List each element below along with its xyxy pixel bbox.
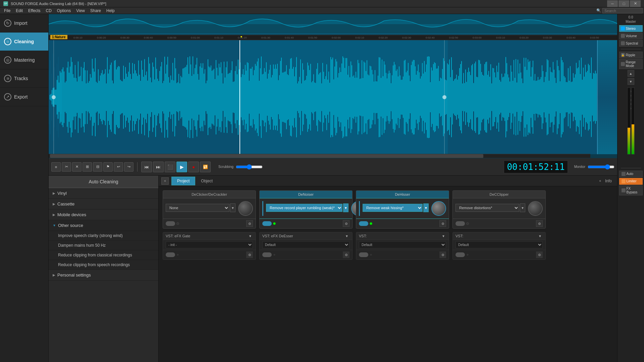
ripple-button[interactable]: 🔒 Ripple [619, 52, 643, 58]
menu-help[interactable]: Help [104, 8, 117, 14]
tool-paste-button[interactable]: ⊟ [93, 162, 102, 172]
mobile-arrow: ▶ [53, 213, 55, 217]
tool-undo-button[interactable]: ↩ [114, 162, 123, 172]
vst-gate-preset[interactable]: - init - [166, 241, 253, 248]
vst-deesser-settings[interactable]: ⚙ [343, 251, 350, 258]
declicker-knob[interactable] [238, 201, 253, 216]
tool-delete-button[interactable]: ✕ [72, 162, 82, 172]
collapse-workspace-button[interactable]: « [161, 177, 169, 185]
vst-slot3-settings[interactable]: ⚙ [439, 251, 446, 258]
monitor-slider[interactable] [588, 164, 614, 170]
declipper-preset-select[interactable]: Remove distortions* [455, 204, 519, 212]
sidebar-item-tracks[interactable]: ⑩ Tracks [0, 69, 48, 88]
skip-start-button[interactable]: ⏮ [141, 162, 152, 172]
waveform-canvas[interactable]: 1:Nature 0:00:00 0:00:10 0:00:20 0:00:30… [49, 14, 617, 158]
declipper-settings-btn[interactable]: ⚙ [536, 220, 543, 227]
auto-cleaning-button[interactable]: Auto Cleaning [49, 176, 158, 188]
vst-gate-arrow[interactable]: ▼ [248, 234, 253, 238]
dehisser-knob[interactable] [431, 201, 446, 216]
declicker-preset-select[interactable]: None [166, 204, 229, 212]
vst-deesser-toggle[interactable] [262, 252, 272, 257]
vst-gate-toggle[interactable] [166, 252, 175, 257]
denoiser-chevron-btn[interactable]: ▼ [343, 203, 348, 212]
vst-slot4-settings[interactable]: ⚙ [536, 251, 543, 258]
declicker-settings-btn[interactable]: ⚙ [246, 220, 253, 227]
menu-edit[interactable]: Edit [13, 8, 25, 14]
menu-cd[interactable]: CD [43, 8, 54, 14]
vst-slot4-arrow[interactable]: ▼ [537, 234, 543, 238]
menu-options[interactable]: Options [54, 8, 73, 14]
dehisser-header: DeHisser [356, 191, 449, 198]
stop-button[interactable]: ⬛ [165, 162, 175, 172]
sidebar-item-export[interactable]: ↗ Export [0, 88, 48, 106]
vst-slot3-preset[interactable]: Default [359, 241, 446, 248]
menu-share[interactable]: Share [88, 8, 104, 14]
vst-slot4-preset[interactable]: Default [455, 241, 543, 248]
plugin-category-mobile[interactable]: ▶ Mobile devices [49, 209, 158, 220]
range-mode-button[interactable]: Range Mode [619, 59, 643, 69]
declicker-chevron-btn[interactable]: ▼ [230, 203, 235, 212]
declicker-power-toggle[interactable] [166, 221, 175, 226]
limiter-button[interactable]: Limiter [619, 178, 643, 185]
scrubbing-slider[interactable] [236, 164, 263, 170]
plugin-category-other[interactable]: ▼ Other source [49, 220, 158, 231]
vst-slot3-arrow[interactable]: ▼ [441, 234, 446, 238]
tool-copy-button[interactable]: ⊞ [83, 162, 92, 172]
plugin-category-vinyl[interactable]: ▶ Vinyl [49, 188, 158, 199]
h-scrollbar[interactable] [49, 154, 590, 158]
minimize-button[interactable]: ─ [607, 0, 618, 7]
menu-effects[interactable]: Effects [25, 8, 43, 14]
tool-collapse-button[interactable]: ≡ [51, 162, 61, 172]
search-input[interactable] [602, 8, 643, 13]
denoiser-power-toggle[interactable] [262, 221, 272, 226]
auto-button[interactable]: Auto [619, 171, 643, 177]
sidebar-item-cleaning[interactable]: ○ Cleaning [0, 33, 48, 51]
dehisser-preset-select[interactable]: Remove weak hissing* [363, 204, 423, 212]
sidebar-item-import[interactable]: ↻ Import [0, 14, 48, 33]
tab-object[interactable]: Object [195, 177, 218, 185]
tool-trim-button[interactable]: ✂ [62, 162, 71, 172]
vst-gate-settings[interactable]: ⚙ [246, 251, 253, 258]
denoiser-settings-btn[interactable]: ⚙ [343, 220, 350, 227]
track-label: 1:Nature [50, 35, 67, 39]
declipper-power-toggle[interactable] [455, 221, 465, 226]
loop-button[interactable]: 🔁 [200, 162, 211, 172]
plugin-dampen-mains[interactable]: Dampen mains hum 50 Hz [49, 241, 158, 250]
prev-button[interactable]: ⏭ [153, 162, 164, 172]
plugin-reduce-clipping-speech[interactable]: Reduce clipping from speech recordings [49, 260, 158, 270]
volume-button[interactable]: Volume [619, 33, 643, 39]
scroll-down-button[interactable]: ▼ [628, 78, 634, 85]
dehisser-chevron-btn[interactable]: ▼ [423, 203, 429, 212]
spectral-button[interactable]: Spectral [619, 40, 643, 47]
declipper-knob[interactable] [528, 201, 543, 216]
stereo-button[interactable]: Stereo [619, 25, 643, 32]
vst-deesser-arrow[interactable]: ▼ [344, 234, 350, 238]
collapse-info-button[interactable]: « [598, 179, 602, 183]
maximize-button[interactable]: □ [619, 0, 629, 7]
plugin-category-cassette[interactable]: ▶ Cassette [49, 199, 158, 209]
record-button[interactable]: ● [188, 162, 199, 172]
waveform-canvas-element[interactable] [49, 40, 617, 154]
fx-bypass-button[interactable]: FX Bypass [619, 185, 643, 195]
close-button[interactable]: ✕ [630, 0, 641, 7]
tab-project[interactable]: Project [171, 177, 195, 185]
plugin-improve-speech[interactable]: Improve speech clarity (strong wind) [49, 231, 158, 241]
sidebar-item-mastering[interactable]: ◎ Mastering [0, 51, 48, 69]
menu-file[interactable]: File [1, 8, 13, 14]
menu-view[interactable]: View [73, 8, 88, 14]
tool-redo-button[interactable]: ↪ [124, 162, 133, 172]
vst-slot3-toggle[interactable] [359, 252, 368, 257]
tool-marker-button[interactable]: ⚑ [103, 162, 113, 172]
info-label[interactable]: Info [602, 179, 614, 183]
declicker-header: DeClicker/DeCrackler [163, 191, 256, 198]
denoiser-preset-select[interactable]: Remove record player rumbling (weak)* [266, 204, 342, 212]
scroll-up-button[interactable]: ▲ [628, 70, 634, 77]
vst-deesser-preset[interactable]: Default [262, 241, 350, 248]
dehisser-power-toggle[interactable] [359, 221, 368, 226]
vst-slot4-toggle[interactable] [455, 252, 465, 257]
plugin-category-personal[interactable]: ▶ Personal settings [49, 270, 158, 281]
declipper-chevron-btn[interactable]: ▼ [520, 203, 525, 212]
dehisser-settings-btn[interactable]: ⚙ [439, 220, 446, 227]
plugin-reduce-clipping-classical[interactable]: Reduce clipping from classical recording… [49, 250, 158, 260]
play-button[interactable]: ▶ [176, 162, 187, 172]
